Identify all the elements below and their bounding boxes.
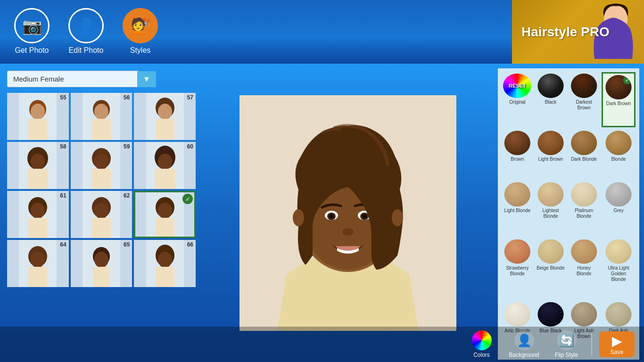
color-platinum-blonde-label: Platinum Blonde [570, 208, 598, 219]
nav-get-photo[interactable]: 📷 Get Photo [14, 8, 50, 55]
style-item-56[interactable]: 56 [71, 93, 132, 140]
color-black[interactable]: Black [535, 72, 567, 127]
svg-point-3 [31, 104, 45, 120]
style-num-57: 57 [187, 94, 193, 101]
flip-style-icon: 🔄 [557, 330, 577, 350]
svg-rect-24 [155, 169, 175, 189]
color-original-label: Original [509, 99, 525, 105]
color-light-brown[interactable]: Light Brown [535, 129, 567, 179]
style-item-62[interactable]: 62 [71, 191, 132, 238]
svg-rect-40 [28, 267, 47, 287]
bottom-toolbar: Colors 👤 Background 🔄 Flip Style ▶ Save [0, 327, 644, 362]
svg-point-43 [94, 252, 108, 268]
color-swatch-blue-black [537, 302, 565, 327]
style-item-59[interactable]: 59 [71, 142, 132, 189]
flip-style-label: Flip Style [555, 352, 578, 358]
get-photo-icon: 📷 [14, 8, 50, 43]
style-num-64: 64 [60, 241, 66, 248]
flip-style-button[interactable]: 🔄 Flip Style [546, 329, 586, 360]
color-ultra-light-golden-blonde-label: Ultra Light Golden Blonde [603, 265, 634, 282]
color-grey[interactable]: Grey [602, 181, 636, 236]
style-item-61[interactable]: 61 [7, 191, 69, 238]
svg-point-31 [94, 203, 108, 219]
color-brown[interactable]: Brown [502, 129, 533, 179]
color-swatch-ultra-light-golden-blonde [604, 239, 633, 264]
color-swatch-dark-ash-blonde [604, 302, 633, 327]
style-item-60[interactable]: 60 [134, 142, 196, 189]
style-item-55[interactable]: 55 [7, 93, 69, 140]
svg-rect-8 [92, 119, 111, 140]
svg-point-47 [158, 252, 172, 268]
color-swatch-dark-blonde [570, 131, 598, 155]
color-dark-blonde-label: Dark Blonde [571, 156, 597, 162]
styles-icon: 💇 [123, 8, 158, 43]
color-swatch-grey [604, 182, 633, 206]
color-black-label: Black [545, 99, 556, 105]
style-num-58: 58 [60, 143, 66, 150]
color-honey-blonde[interactable]: Honey Blonde [568, 238, 600, 299]
get-photo-label: Get Photo [15, 46, 49, 55]
color-darkest-brown-label: Darkest Brown [570, 99, 598, 111]
color-swatch-lightest-blonde [537, 182, 565, 206]
style-num-62: 62 [124, 192, 130, 199]
style-num-56: 56 [124, 94, 130, 101]
color-blonde[interactable]: Blonde [602, 129, 636, 179]
color-ultra-light-golden-blonde[interactable]: Ultra Light Golden Blonde [602, 238, 636, 299]
reset-button[interactable]: RESET [503, 74, 531, 98]
color-swatch-darkest-brown [570, 74, 598, 98]
colors-button[interactable]: Colors [462, 329, 502, 360]
color-swatch-dark-brown: ✓ [604, 75, 633, 99]
style-item-58[interactable]: 58 [7, 142, 69, 189]
style-item-64[interactable]: 64 [7, 240, 69, 287]
logo-area: Hairstyle PRO [512, 0, 644, 64]
svg-point-11 [158, 104, 172, 120]
style-item-66[interactable]: 66 [134, 240, 196, 287]
color-swatch-platinum-blonde [570, 182, 598, 206]
color-swatch-light-blonde [503, 182, 531, 206]
style-num-59: 59 [124, 143, 130, 150]
style-item-63[interactable]: ✓ [134, 191, 196, 238]
svg-rect-12 [156, 119, 174, 140]
nav-edit-photo[interactable]: 👤 Edit Photo [68, 8, 104, 55]
color-dark-blonde[interactable]: Dark Blonde [568, 129, 600, 179]
background-label: Background [509, 352, 539, 358]
color-lightest-blonde[interactable]: Lightest Blonde [535, 181, 567, 236]
style-item-57[interactable]: 57 [134, 93, 196, 140]
styles-grid: 55 56 [7, 93, 196, 287]
color-dark-brown[interactable]: ✓ Dark Brown [602, 72, 636, 127]
svg-point-61 [392, 209, 403, 226]
color-strawberry-blonde[interactable]: Strawberry Blonde [502, 238, 533, 299]
background-button[interactable]: 👤 Background [504, 329, 544, 360]
left-panel: Medium Female ▼ 55 56 [0, 64, 203, 362]
dropdown-arrow-icon[interactable]: ▼ [137, 71, 156, 87]
style-item-65[interactable]: 65 [71, 240, 132, 287]
logo-text: Hairstyle PRO [521, 25, 610, 40]
color-light-blonde-label: Light Blonde [504, 208, 531, 214]
color-original[interactable]: RESET Original [502, 72, 533, 127]
color-swatch-blonde [604, 131, 633, 155]
main-content: Medium Female ▼ 55 56 [0, 64, 644, 362]
color-beige-blonde[interactable]: Beige Blonde [535, 238, 567, 299]
color-swatch-black [537, 74, 565, 98]
svg-rect-28 [28, 218, 47, 238]
edit-photo-label: Edit Photo [69, 46, 104, 55]
photo-frame [239, 95, 456, 331]
nav-styles[interactable]: 💇 Styles [123, 8, 158, 55]
color-swatch-light-ash-brown [570, 302, 598, 327]
svg-point-58 [362, 214, 367, 219]
color-brown-label: Brown [511, 156, 524, 162]
svg-rect-32 [92, 218, 111, 238]
svg-rect-20 [92, 169, 111, 189]
edit-photo-icon: 👤 [68, 8, 104, 43]
style-category-dropdown[interactable]: Medium Female [7, 71, 139, 87]
svg-rect-48 [156, 267, 174, 287]
save-label: Save [611, 349, 623, 355]
color-swatch-artic-blonde [503, 302, 531, 327]
color-beige-blonde-label: Beige Blonde [537, 265, 565, 271]
color-platinum-blonde[interactable]: Platinum Blonde [568, 181, 600, 236]
color-light-blonde[interactable]: Light Blonde [502, 181, 533, 236]
style-num-65: 65 [124, 241, 130, 248]
svg-point-7 [94, 104, 108, 120]
color-darkest-brown[interactable]: Darkest Brown [568, 72, 600, 127]
save-button[interactable]: ▶ Save [599, 331, 635, 357]
